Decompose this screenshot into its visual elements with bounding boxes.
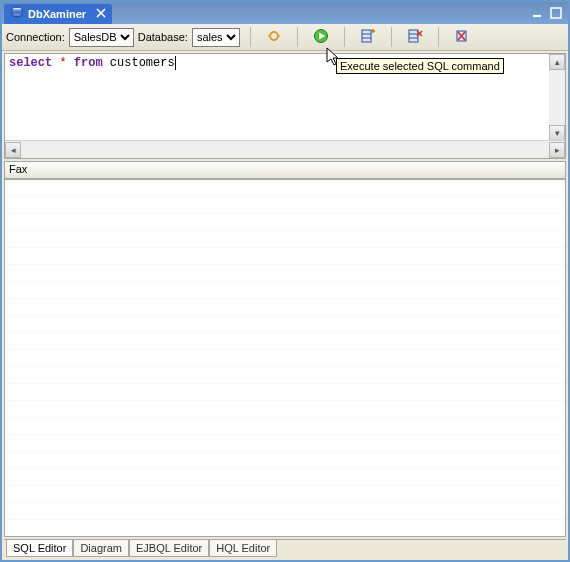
scroll-right-icon[interactable]: ▸ — [549, 142, 565, 158]
results-column-label: Fax — [9, 163, 27, 175]
scroll-up-icon[interactable]: ▴ — [549, 54, 565, 70]
toolbar-separator — [297, 27, 298, 47]
refresh-icon — [266, 28, 282, 46]
connection-label: Connection: — [6, 31, 65, 43]
sql-star: * — [52, 56, 74, 70]
scroll-left-icon[interactable]: ◂ — [5, 142, 21, 158]
maximize-icon[interactable] — [550, 7, 562, 19]
tab-sql-editor[interactable]: SQL Editor — [6, 540, 73, 557]
database-select[interactable]: sales — [192, 28, 240, 47]
svg-rect-2 — [533, 15, 541, 17]
svg-rect-5 — [362, 30, 371, 42]
app-window: DbXaminer Connection: Sale — [0, 0, 570, 562]
sql-horizontal-scrollbar[interactable]: ◂ ▸ — [5, 140, 565, 158]
clear-icon — [454, 28, 470, 46]
tab-ejbql-editor[interactable]: EJBQL Editor — [129, 540, 209, 557]
toolbar-separator — [391, 27, 392, 47]
delete-row-icon — [407, 28, 423, 46]
view-tab-dbxaminer[interactable]: DbXaminer — [4, 4, 112, 24]
results-column-header[interactable]: Fax — [4, 161, 566, 179]
sql-keyword: from — [74, 56, 103, 70]
content-area: select * from customers ▴ ▾ ◂ ▸ Fax SQL … — [2, 51, 568, 560]
database-label: Database: — [138, 31, 188, 43]
toolbar-separator — [438, 27, 439, 47]
toolbar: Connection: SalesDB Database: sales — [2, 24, 568, 51]
insert-row-button[interactable] — [355, 25, 381, 49]
minimize-icon[interactable] — [532, 7, 544, 19]
sql-identifier: customers — [103, 56, 175, 70]
toolbar-separator — [250, 27, 251, 47]
insert-row-icon — [360, 28, 376, 46]
play-icon — [313, 28, 329, 46]
connection-select[interactable]: SalesDB — [69, 28, 134, 47]
svg-rect-8 — [409, 30, 418, 42]
tooltip-execute: Execute selected SQL command — [336, 58, 504, 74]
refresh-button[interactable] — [261, 25, 287, 49]
text-caret — [175, 56, 183, 70]
title-bar-controls — [532, 2, 568, 24]
sql-keyword: select — [9, 56, 52, 70]
sql-vertical-scrollbar[interactable]: ▴ ▾ — [549, 54, 565, 141]
view-tab-label: DbXaminer — [28, 8, 86, 20]
tab-diagram[interactable]: Diagram — [73, 540, 129, 557]
title-bar: DbXaminer — [2, 2, 568, 24]
clear-button[interactable] — [449, 25, 475, 49]
svg-rect-3 — [551, 8, 561, 18]
execute-button[interactable] — [308, 25, 334, 49]
toolbar-separator — [344, 27, 345, 47]
results-grid[interactable] — [4, 179, 566, 537]
scroll-down-icon[interactable]: ▾ — [549, 125, 565, 141]
close-icon[interactable] — [96, 8, 106, 20]
delete-row-button[interactable] — [402, 25, 428, 49]
db-icon — [10, 6, 24, 22]
bottom-tab-bar: SQL Editor Diagram EJBQL Editor HQL Edit… — [4, 539, 566, 560]
tab-hql-editor[interactable]: HQL Editor — [209, 540, 277, 557]
